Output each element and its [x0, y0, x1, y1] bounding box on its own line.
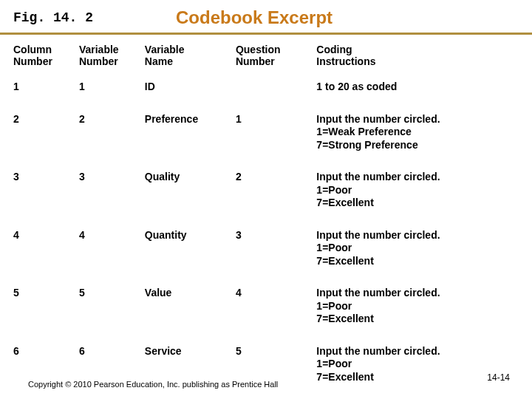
cell-column-number: 1	[13, 73, 79, 106]
cell-question-number: 4	[236, 279, 316, 338]
slide-content: Column Number Variable Number Variable N…	[0, 35, 532, 395]
cell-column-number: 2	[13, 106, 79, 164]
cell-coding-instructions: Input the number circled. 1=Poor 7=Excel…	[316, 163, 519, 222]
cell-coding-instructions: Input the number circled. 1=Poor 7=Excel…	[316, 338, 519, 396]
cell-coding-instructions: Input the number circled. 1=Poor 7=Excel…	[316, 222, 519, 280]
table-row: 4 4 Quantity 3 Input the number circled.…	[13, 222, 519, 280]
cell-variable-name: Value	[145, 279, 236, 338]
table-row: 1 1 ID 1 to 20 as coded	[13, 73, 519, 106]
page-number: 14-14	[487, 372, 510, 383]
cell-coding-instructions: 1 to 20 as coded	[316, 73, 519, 106]
cell-question-number: 2	[236, 163, 316, 222]
cell-variable-number: 2	[79, 106, 145, 164]
header-coding-instructions: Coding Instructions	[316, 39, 519, 73]
table-row: 3 3 Quality 2 Input the number circled. …	[13, 163, 519, 222]
cell-column-number: 3	[13, 163, 79, 222]
copyright-footer: Copyright © 2010 Pearson Education, Inc.…	[28, 380, 278, 389]
cell-variable-number: 4	[79, 222, 145, 280]
slide-header: Fig. 14. 2 Codebook Excerpt	[0, 0, 532, 35]
cell-coding-instructions: Input the number circled. 1=Weak Prefere…	[316, 106, 519, 164]
cell-variable-name: Quality	[145, 163, 236, 222]
cell-question-number: 1	[236, 106, 316, 164]
header-question-number: Question Number	[236, 39, 316, 73]
cell-variable-name: ID	[145, 73, 236, 106]
table-header-row: Column Number Variable Number Variable N…	[13, 39, 519, 73]
header-variable-number: Variable Number	[79, 39, 145, 73]
header-column-number: Column Number	[13, 39, 79, 73]
table-row: 2 2 Preference 1 Input the number circle…	[13, 106, 519, 164]
cell-variable-number: 3	[79, 163, 145, 222]
cell-variable-number: 1	[79, 73, 145, 106]
cell-variable-name: Quantity	[145, 222, 236, 280]
figure-label: Fig. 14. 2	[13, 10, 176, 25]
cell-column-number: 5	[13, 279, 79, 338]
cell-variable-number: 5	[79, 279, 145, 338]
slide-title: Codebook Excerpt	[176, 7, 519, 28]
cell-variable-name: Preference	[145, 106, 236, 164]
cell-question-number	[236, 73, 316, 106]
table-row: 5 5 Value 4 Input the number circled. 1=…	[13, 279, 519, 338]
cell-column-number: 4	[13, 222, 79, 280]
cell-question-number: 3	[236, 222, 316, 280]
codebook-table: Column Number Variable Number Variable N…	[13, 39, 519, 395]
cell-coding-instructions: Input the number circled. 1=Poor 7=Excel…	[316, 279, 519, 338]
header-variable-name: Variable Name	[145, 39, 236, 73]
